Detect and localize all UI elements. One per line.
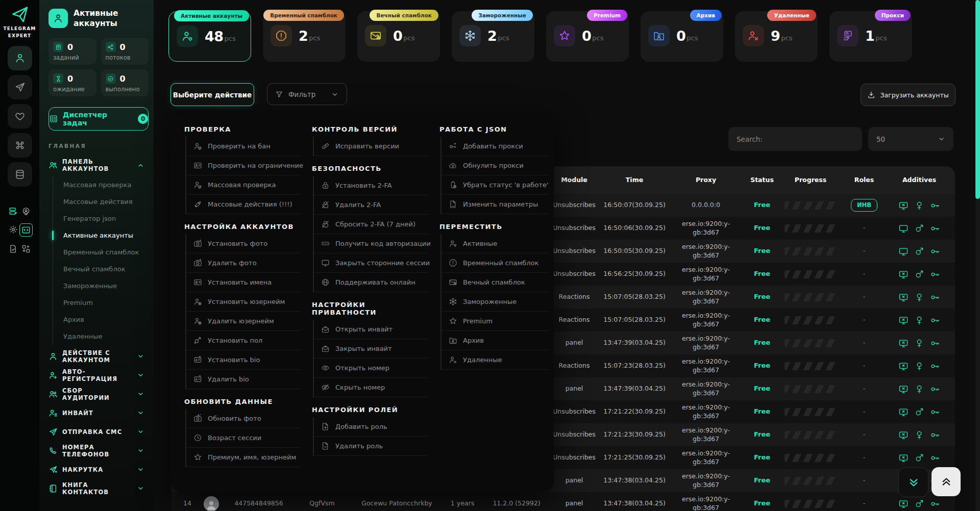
menu-item-Добавить прокси[interactable]: Добавить прокси <box>442 137 549 156</box>
key-additive[interactable] <box>930 200 940 211</box>
key-additive[interactable] <box>930 292 940 302</box>
menu-item-Поддерживать онлайн[interactable]: Поддерживать онлайн <box>314 273 428 292</box>
key-additive[interactable] <box>930 223 940 234</box>
menu-item-Установить пол[interactable]: Установить пол <box>186 331 301 350</box>
status-card-Premium[interactable]: Premium0pcs <box>546 11 629 62</box>
status-card-Архив[interactable]: Архив0pcs <box>641 11 723 62</box>
rail-tool-code-window-button[interactable] <box>19 223 33 237</box>
key-additive[interactable] <box>930 453 940 463</box>
female-additive[interactable] <box>914 361 924 371</box>
rail-tool-person-cam-button[interactable] <box>20 205 32 217</box>
menu-item-Проверить на ограничение[interactable]: Проверить на ограничение <box>186 156 301 175</box>
page-scrollbar-thumb[interactable] <box>975 0 980 199</box>
search-input[interactable] <box>728 127 862 151</box>
monitor-x-additive[interactable] <box>898 407 909 417</box>
menu-item-Удалить bio[interactable]: Удалить bio <box>186 370 301 389</box>
female-additive[interactable] <box>914 430 924 440</box>
rail-tool-file-check-button[interactable] <box>7 243 19 255</box>
status-card-Вечный спамблок[interactable]: Вечный спамблок0pcs <box>357 11 440 62</box>
sidebar-item-Генератор json[interactable]: Генератор json <box>53 210 149 227</box>
rail-favorites-button[interactable] <box>8 104 32 129</box>
rail-tool-qr-transfer-button[interactable] <box>20 243 32 255</box>
sidebar-item-Premium[interactable]: Premium <box>53 294 149 311</box>
monitor-x-additive[interactable] <box>898 269 909 279</box>
key-additive[interactable] <box>930 430 940 440</box>
menu-item-Обновить фото[interactable]: Обновить фото <box>186 409 301 428</box>
menu-item-Исправить версии[interactable]: Исправить версии <box>314 137 428 156</box>
menu-item-Установить bio[interactable]: Установить bio <box>186 350 301 370</box>
status-card-Активные аккаунты[interactable]: Активные аккаунты48pcs <box>168 11 251 62</box>
monitor-x-additive[interactable] <box>898 499 909 509</box>
sidebar-group-ИНВАЙТ[interactable]: ИНВАЙТ <box>48 403 149 422</box>
monitor-x-additive[interactable] <box>898 338 909 348</box>
key-additive[interactable] <box>930 269 940 279</box>
key-additive[interactable] <box>930 384 940 394</box>
rail-shortcuts-button[interactable] <box>8 133 32 158</box>
female-additive[interactable] <box>914 200 924 211</box>
menu-item-Замороженные[interactable]: Замороженные <box>442 292 549 312</box>
female-additive[interactable] <box>914 338 924 348</box>
rail-tool-settings-button[interactable] <box>7 223 19 236</box>
task-dispatcher-button[interactable]: Диспетчер задач 0 <box>48 107 149 131</box>
menu-item-Возраст сессии[interactable]: Возраст сессии <box>186 428 301 448</box>
menu-item-Премиум, имя, юзернейм[interactable]: Премиум, имя, юзернейм <box>186 448 301 467</box>
male-additive[interactable] <box>914 499 924 509</box>
sidebar-item-Замороженные[interactable]: Замороженные <box>53 277 149 294</box>
menu-item-Удалить юзернейм[interactable]: Удалить юзернейм <box>186 312 301 331</box>
monitor-x-additive[interactable] <box>898 292 909 302</box>
monitor-x-additive[interactable] <box>898 315 909 325</box>
rail-sender-button[interactable] <box>8 75 32 99</box>
menu-item-Установить 2-FA[interactable]: Установить 2-FA <box>314 176 428 195</box>
menu-item-Открыть инвайт[interactable]: Открыть инвайт <box>314 320 428 339</box>
sidebar-group-СБОР АУДИТОРИИ[interactable]: СБОР АУДИТОРИИ <box>48 385 149 403</box>
monitor-x-additive[interactable] <box>898 430 909 440</box>
menu-item-Получить код авторизации[interactable]: Получить код авторизации <box>314 234 428 253</box>
menu-item-Активные[interactable]: Активные <box>442 234 549 253</box>
male-additive[interactable] <box>914 453 924 463</box>
menu-item-Проверить на бан[interactable]: Проверить на бан <box>186 137 301 156</box>
menu-item-Сбросить 2-FA (7 дней)[interactable]: Сбросить 2-FA (7 дней) <box>314 215 428 234</box>
choose-action-button[interactable]: Выберите действие <box>170 83 254 106</box>
menu-item-Закрыть инвайт[interactable]: Закрыть инвайт <box>314 339 428 359</box>
menu-item-Убрать статус 'в работе'[interactable]: Убрать статус 'в работе' <box>442 175 549 195</box>
menu-item-Закрыть сторонние сессии[interactable]: Закрыть сторонние сессии <box>314 253 428 273</box>
menu-item-Удаленные[interactable]: Удаленные <box>442 350 549 370</box>
menu-item-Premium[interactable]: Premium <box>442 312 549 331</box>
monitor-additive[interactable] <box>898 246 909 257</box>
menu-item-Добавить роль[interactable]: Добавить роль <box>314 417 428 437</box>
sidebar-group-ОТПРАВКА СМС[interactable]: ОТПРАВКА СМС <box>48 422 149 441</box>
menu-item-Удалить роль[interactable]: Удалить роль <box>314 437 428 456</box>
monitor-x-additive[interactable] <box>898 453 909 463</box>
key-additive[interactable] <box>930 407 940 417</box>
sidebar-group-КНИГА КОНТАКТОВ[interactable]: КНИГА КОНТАКТОВ <box>48 479 149 498</box>
male-additive[interactable] <box>914 246 924 257</box>
rail-tool-server-check-button[interactable] <box>7 205 19 217</box>
menu-item-Удалить фото[interactable]: Удалить фото <box>186 253 301 273</box>
monitor-additive[interactable] <box>898 223 909 234</box>
table-row[interactable]: 14447584849856QgfVsmGocewu Patoncchrkby1… <box>172 492 955 511</box>
menu-item-Удалить 2-FA[interactable]: Удалить 2-FA <box>314 195 428 215</box>
scroll-to-top-button[interactable] <box>932 467 961 496</box>
sidebar-item-Временный спамблок[interactable]: Временный спамблок <box>53 244 149 261</box>
menu-item-Вечный спамблок[interactable]: Вечный спамблок <box>442 273 549 292</box>
rail-accounts-button[interactable] <box>8 46 32 70</box>
male-additive[interactable] <box>914 223 924 234</box>
key-additive[interactable] <box>930 246 940 257</box>
menu-item-Массовые действия (!!!)[interactable]: Массовые действия (!!!) <box>186 195 301 214</box>
key-additive[interactable] <box>930 499 940 509</box>
sidebar-item-Удаленные[interactable]: Удаленные <box>53 328 149 345</box>
sidebar-item-Архив[interactable]: Архив <box>53 311 149 328</box>
sidebar-item-Вечный спамблок[interactable]: Вечный спамблок <box>53 261 149 277</box>
menu-item-Открыть номер[interactable]: Открыть номер <box>314 359 428 378</box>
menu-item-Скрыть номер[interactable]: Скрыть номер <box>314 378 428 397</box>
sidebar-item-Активные аккаунты[interactable]: Активные аккаунты <box>53 227 149 244</box>
sidebar-item-Массовые действия[interactable]: Массовые действия <box>53 193 149 210</box>
status-card-Прокси[interactable]: Прокси1pcs <box>829 11 912 62</box>
menu-item-Изменить параметры[interactable]: Изменить параметры <box>442 195 549 214</box>
status-card-Замороженные[interactable]: Замороженные2pcs <box>452 11 534 62</box>
menu-item-Архив[interactable]: Архив <box>442 331 549 350</box>
monitor-x-additive[interactable] <box>898 384 909 394</box>
menu-item-Установить фото[interactable]: Установить фото <box>186 234 301 253</box>
menu-item-Установить юзернейм[interactable]: Установить юзернейм <box>186 292 301 312</box>
key-additive[interactable] <box>930 315 940 325</box>
